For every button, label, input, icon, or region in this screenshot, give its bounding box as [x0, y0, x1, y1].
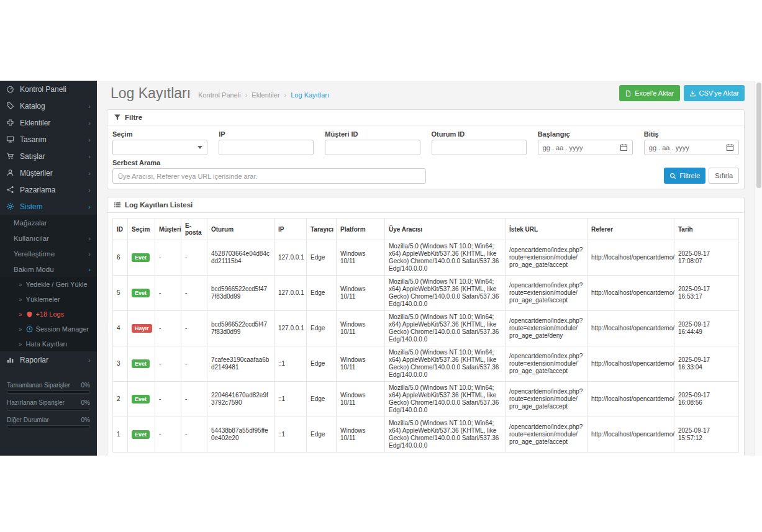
- chevron-right-icon: ›: [88, 102, 91, 110]
- cell-secim: Evet: [128, 276, 155, 311]
- bitis-label: Bitiş: [644, 130, 739, 138]
- breadcrumb-item-log-kayitlari[interactable]: Log Kayıtları: [291, 91, 329, 99]
- cell-tarih: 2025-09-17 15:57:12: [674, 417, 739, 453]
- sidebar-item-label: Tasarım: [20, 135, 47, 144]
- cell-tarayici: Edge: [307, 311, 337, 346]
- column-header: Platform: [337, 219, 385, 240]
- secim-status-badge: Evet: [132, 289, 150, 298]
- calendar-icon[interactable]: [620, 143, 628, 151]
- tag-icon: [6, 102, 16, 110]
- cell-musteri: -: [155, 311, 181, 346]
- cell-istek-url: /opencartdemo/index.php? route=extension…: [506, 276, 587, 311]
- sidebar-item-kullanicilar[interactable]: Kullanıcılar ›: [0, 230, 97, 246]
- cell-tarih: 2025-09-17 16:44:49: [674, 311, 739, 346]
- secim-select[interactable]: [112, 140, 207, 155]
- sidebar-item-label: Pazarlama: [20, 186, 55, 194]
- main-content: Log Kayıtları Kontrol Paneli › Eklentile…: [97, 81, 755, 456]
- stat-label: Hazırlanan Siparişler: [7, 399, 65, 406]
- cell-id: 3: [113, 346, 128, 382]
- sidebar-item-label: Yüklemeler: [26, 295, 60, 303]
- sidebar-item-eklentiler[interactable]: Eklentiler ›: [0, 114, 97, 131]
- cell-tarih: 2025-09-17 16:08:56: [674, 382, 739, 417]
- cell-musteri: -: [155, 276, 181, 311]
- sifirla-button[interactable]: Sıfırla: [709, 168, 739, 184]
- sidebar-item-musteriler[interactable]: Müşteriler ›: [0, 165, 97, 181]
- cell-id: 4: [113, 311, 128, 346]
- export-csv-button[interactable]: CSV'ye Aktar: [684, 85, 745, 101]
- cell-musteri: -: [155, 240, 181, 276]
- filter-funnel-icon: [114, 114, 121, 121]
- sidebar-item-yerellestirme[interactable]: Yerelleştirme ›: [0, 246, 97, 261]
- sidebar-item-18-logs[interactable]: » +18 Logs: [0, 307, 97, 322]
- button-label: CSV'ye Aktar: [699, 89, 739, 97]
- sidebar-item-tasarim[interactable]: Tasarım ›: [0, 131, 97, 148]
- sidebar-item-pazarlama[interactable]: Pazarlama ›: [0, 181, 97, 198]
- cell-ip: 127.0.0.1: [274, 311, 307, 346]
- cell-platform: Windows 10/11: [337, 240, 385, 276]
- sidebar-item-session-manager[interactable]: » Session Manager: [0, 322, 97, 336]
- cell-referer: http://localhost/opencartdemo/: [587, 382, 674, 417]
- cell-uye-aracisi: Mozilla/5.0 (Windows NT 10.0; Win64; x64…: [385, 346, 506, 382]
- ip-input[interactable]: [219, 140, 314, 155]
- sidebar-item-katalog[interactable]: Katalog ›: [0, 97, 97, 114]
- stat-other-statuses: Diğer Durumlar 0%: [7, 417, 90, 428]
- stat-processing-orders: Hazırlanan Siparişler 0%: [7, 399, 90, 411]
- column-header: IP: [274, 219, 307, 240]
- serbest-arama-input[interactable]: [112, 168, 426, 184]
- sidebar-item-label: Hata Kayıtları: [26, 340, 68, 348]
- log-table-container: IDSeçimMüşteriE-postaOturumIPTarayıcıPla…: [107, 213, 744, 456]
- gear-icon: [6, 202, 16, 210]
- sidebar-item-kontrol-paneli[interactable]: Kontrol Paneli: [0, 81, 97, 97]
- cell-tarih: 2025-09-17 16:33:04: [674, 346, 739, 382]
- column-header: E-posta: [181, 219, 207, 240]
- sidebar-item-label: Yerelleştirme: [14, 250, 55, 258]
- breadcrumb-separator: ›: [245, 91, 248, 99]
- ip-label: IP: [219, 130, 314, 138]
- column-header: Tarayıcı: [307, 219, 337, 240]
- cell-platform: Windows 10/11: [337, 382, 385, 417]
- cell-ip: 127.0.0.1: [274, 240, 307, 276]
- cell-ip: ::1: [274, 382, 307, 417]
- cell-uye-aracisi: Mozilla/5.0 (Windows NT 10.0; Win64; x64…: [385, 382, 506, 417]
- musteri-id-input[interactable]: [325, 140, 420, 155]
- filter-field-oturum-id: Oturum ID: [432, 130, 527, 155]
- breadcrumb-item-kontrol-paneli[interactable]: Kontrol Paneli: [198, 91, 241, 99]
- date-placeholder: gg . aa . yyyy: [543, 144, 583, 151]
- page-header: Log Kayıtları Kontrol Paneli › Eklentile…: [107, 81, 745, 106]
- bitis-date-input[interactable]: gg . aa . yyyy: [644, 140, 739, 155]
- sidebar-item-yedekle-geri-yukle[interactable]: » Yedekle / Geri Yükle: [0, 277, 97, 292]
- angle-double-right-icon: »: [19, 281, 22, 288]
- secim-status-badge: Hayır: [132, 324, 152, 333]
- baslangic-date-input[interactable]: gg . aa . yyyy: [538, 140, 633, 155]
- cell-platform: Windows 10/11: [337, 276, 385, 311]
- cell-istek-url: /opencartdemo/index.php? route=extension…: [506, 382, 587, 417]
- log-list-panel: Log Kayıtları Listesi IDSeçimMüşteriE-po…: [107, 197, 745, 456]
- sidebar-item-yuklemeler[interactable]: » Yüklemeler: [0, 292, 97, 307]
- sidebar-item-hata-kayitlari[interactable]: » Hata Kayıtları: [0, 336, 97, 351]
- sidebar-item-sistem[interactable]: Sistem ›: [0, 198, 97, 215]
- stat-label: Tamamlanan Siparişler: [7, 382, 70, 389]
- cell-eposta: -: [181, 417, 207, 453]
- scrollbar-thumb[interactable]: [756, 83, 761, 188]
- oturum-id-input[interactable]: [432, 140, 527, 155]
- sidebar-item-bakim-modu[interactable]: Bakım Modu ›: [0, 261, 97, 277]
- filtrele-button[interactable]: Filtrele: [664, 168, 705, 184]
- sidebar-item-raporlar[interactable]: Raporlar ›: [0, 351, 97, 368]
- log-table: IDSeçimMüşteriE-postaOturumIPTarayıcıPla…: [112, 218, 739, 453]
- stat-progressbar: [7, 425, 90, 428]
- breadcrumb-item-eklentiler[interactable]: Eklentiler: [252, 91, 279, 99]
- user-icon: [6, 169, 16, 177]
- chevron-right-icon: ›: [88, 153, 91, 160]
- sidebar-item-magazalar[interactable]: Mağazalar: [0, 215, 97, 230]
- sidebar-item-satislar[interactable]: Satışlar ›: [0, 148, 97, 165]
- download-icon: [689, 90, 696, 97]
- chevron-right-icon: ›: [88, 356, 91, 364]
- vertical-scrollbar[interactable]: [755, 81, 762, 456]
- cell-eposta: -: [181, 382, 207, 417]
- export-excel-button[interactable]: Excel'e Aktar: [619, 85, 679, 101]
- select-caret-icon: [197, 146, 202, 149]
- calendar-icon[interactable]: [726, 143, 734, 151]
- cell-ip: ::1: [274, 346, 307, 382]
- cell-tarih: 2025-09-17 16:53:17: [674, 276, 739, 311]
- stat-value: 0%: [81, 382, 90, 389]
